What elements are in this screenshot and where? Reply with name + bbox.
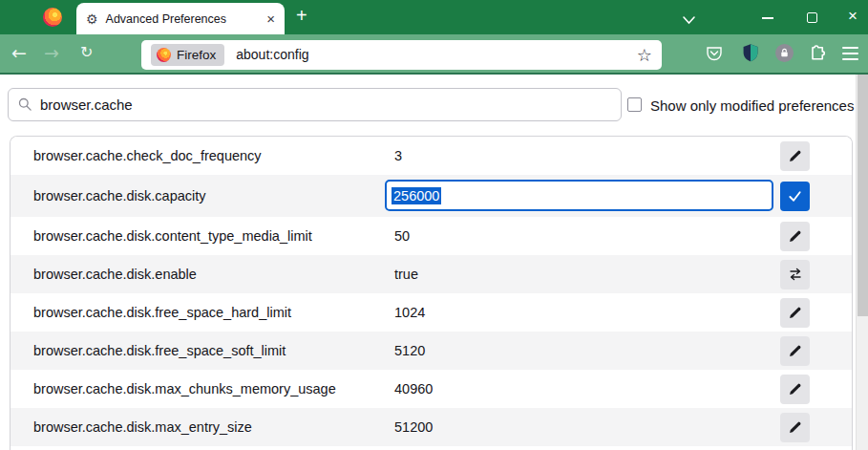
- gear-icon: ⚙: [86, 11, 98, 27]
- pref-row: browser.cache.disk.free_space_soft_limit…: [11, 332, 852, 370]
- maximize-button[interactable]: [807, 12, 817, 23]
- pref-row: browser.cache.disk.free_space_hard_limit…: [11, 293, 852, 332]
- address-bar[interactable]: Firefox about:config ☆: [141, 40, 662, 70]
- pref-name: browser.cache.disk.free_space_soft_limit: [33, 343, 286, 358]
- scrollbar-thumb[interactable]: [857, 75, 868, 316]
- window-close-button[interactable]: ×: [848, 7, 857, 26]
- edit-pref-button[interactable]: [780, 375, 810, 404]
- search-icon: [18, 97, 32, 112]
- bookmark-star-icon[interactable]: ☆: [637, 45, 652, 65]
- edit-pref-button[interactable]: [780, 141, 810, 171]
- edit-pref-button[interactable]: [780, 222, 810, 251]
- pref-edit-input[interactable]: 256000: [385, 180, 773, 211]
- pref-name: browser.cache.disk.max_entry_size: [33, 419, 252, 435]
- about-config-page: Show only modified preferences browser.c…: [0, 75, 868, 450]
- pref-row: browser.cache.disk.capacity 256000 25600…: [11, 175, 852, 217]
- forward-button: →: [44, 44, 59, 62]
- show-modified-checkbox[interactable]: [627, 97, 642, 112]
- new-tab-button[interactable]: +: [296, 5, 307, 27]
- pref-name: browser.cache.disk.free_space_hard_limit: [33, 305, 291, 320]
- pref-search-box[interactable]: [8, 88, 622, 121]
- pref-row: browser.cache.check_doc_frequency 3 3: [11, 137, 852, 175]
- scrollbar[interactable]: [856, 75, 868, 450]
- pref-name: browser.cache.disk.enable: [33, 267, 197, 282]
- pref-name: browser.cache.disk.capacity: [33, 188, 206, 204]
- pocket-icon[interactable]: [705, 44, 724, 67]
- pref-value: 3: [394, 148, 402, 163]
- back-button[interactable]: ←: [11, 44, 27, 62]
- show-modified-label: Show only modified preferences: [650, 97, 854, 114]
- edit-pref-button[interactable]: [780, 336, 810, 366]
- tab-close-icon[interactable]: ×: [266, 11, 275, 27]
- toggle-arrows-icon: [788, 267, 803, 282]
- pencil-icon: [788, 344, 802, 358]
- save-pref-button[interactable]: [780, 182, 810, 211]
- pref-name: browser.cache.check_doc_frequency: [33, 148, 262, 163]
- lock-icon[interactable]: [775, 44, 794, 62]
- pref-row: browser.cache.disk.max_chunks_memory_usa…: [11, 370, 852, 408]
- pref-search-input[interactable]: [40, 96, 575, 113]
- pencil-icon: [788, 229, 802, 244]
- pref-value: true: [394, 267, 418, 282]
- pref-row: browser.cache.disk.content_type_media_li…: [11, 217, 852, 255]
- minimize-button[interactable]: [762, 17, 773, 19]
- menu-hamburger-icon[interactable]: [842, 47, 858, 60]
- prefs-table: browser.cache.check_doc_frequency 3 3 br…: [10, 136, 853, 450]
- pencil-icon: [788, 306, 802, 320]
- titlebar: ⚙ Advanced Preferences × + ×: [0, 0, 868, 34]
- firefox-logo-icon: [43, 8, 62, 27]
- list-tabs-chevron-icon[interactable]: [682, 11, 696, 29]
- tab-title: Advanced Preferences: [106, 12, 262, 26]
- pencil-icon: [788, 149, 802, 163]
- extension-shield-icon[interactable]: [741, 43, 760, 67]
- pencil-icon: [788, 420, 802, 435]
- pref-value: 51200: [394, 419, 433, 435]
- edit-pref-button[interactable]: [780, 413, 810, 442]
- extensions-puzzle-icon[interactable]: [809, 43, 828, 66]
- firefox-chip-icon: [157, 48, 171, 62]
- chip-label: Firefox: [177, 48, 216, 62]
- pencil-icon: [788, 382, 802, 396]
- pref-value: 1024: [394, 305, 425, 320]
- pref-value: 50: [394, 228, 410, 244]
- pref-row: browser.cache.disk.max_entry_size 51200 …: [11, 408, 852, 446]
- edit-pref-button[interactable]: [780, 298, 810, 328]
- tab-advanced-preferences[interactable]: ⚙ Advanced Preferences ×: [76, 3, 285, 34]
- pref-value: 5120: [394, 343, 425, 358]
- pref-row: browser.cache.disk.enable true true: [11, 255, 852, 293]
- pref-name: browser.cache.disk.max_chunks_memory_usa…: [33, 381, 336, 396]
- pref-value: 40960: [394, 381, 433, 396]
- url-text: about:config: [236, 47, 308, 62]
- reload-button[interactable]: ↻: [80, 45, 93, 60]
- toggle-pref-button[interactable]: [780, 260, 810, 289]
- pref-name: browser.cache.disk.content_type_media_li…: [33, 228, 312, 244]
- search-engine-chip[interactable]: Firefox: [151, 44, 224, 66]
- checkmark-icon: [788, 189, 802, 204]
- pref-edit-selected-text: 256000: [392, 187, 441, 204]
